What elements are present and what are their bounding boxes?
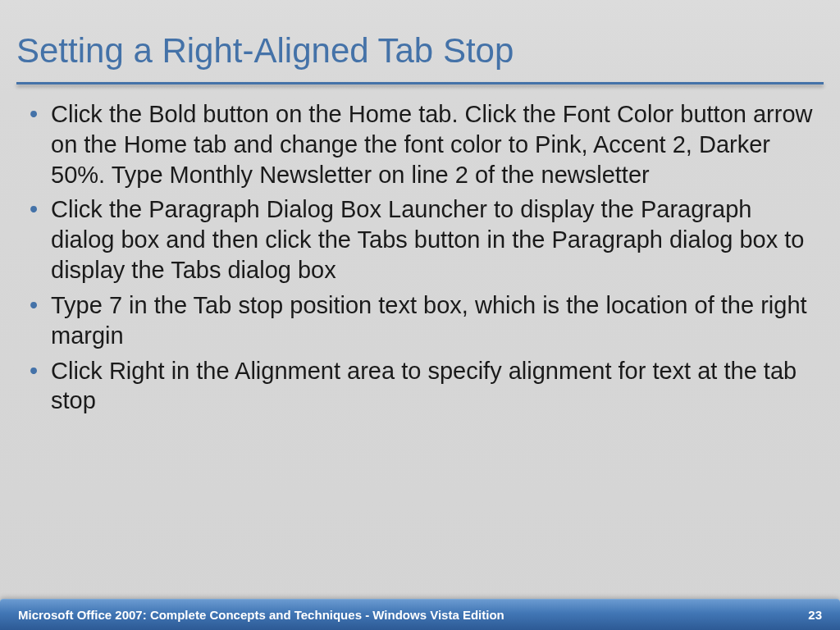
page-number: 23 <box>808 608 822 622</box>
slide-title: Setting a Right-Aligned Tab Stop <box>0 0 840 82</box>
slide-content: Click the Bold button on the Home tab. C… <box>0 84 840 416</box>
bullet-item: Click the Bold button on the Home tab. C… <box>25 99 815 189</box>
bullet-item: Click the Paragraph Dialog Box Launcher … <box>25 194 815 285</box>
bullet-list: Click the Bold button on the Home tab. C… <box>25 99 815 416</box>
slide-footer: Microsoft Office 2007: Complete Concepts… <box>0 599 840 630</box>
bullet-item: Click Right in the Alignment area to spe… <box>25 356 815 417</box>
bullet-item: Type 7 in the Tab stop position text box… <box>25 290 815 351</box>
footer-text: Microsoft Office 2007: Complete Concepts… <box>18 608 504 622</box>
